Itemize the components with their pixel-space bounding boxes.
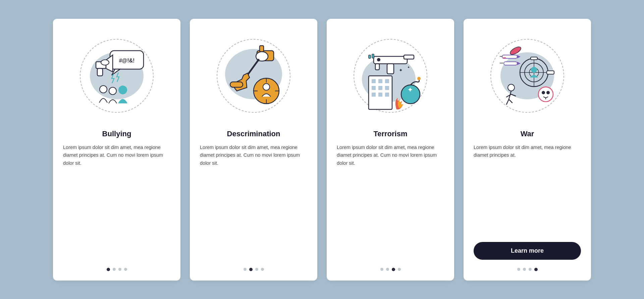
svg-rect-37 [385,86,389,90]
war-dots [517,268,538,271]
war-title: War [521,130,534,138]
dot-2 [113,268,116,271]
dot-1 [244,268,247,271]
card-terrorism: ✦ ✦ ✦ Terrorism Lorem ipsum dolor sit di… [327,19,454,281]
svg-point-54 [531,67,537,73]
war-svg [484,32,571,119]
svg-rect-16 [230,82,243,87]
card-bullying: #@!&! [53,19,180,281]
dot-1 [380,268,383,271]
terrorism-text: Lorem ipsum dolor sit dim amet, mea regi… [337,144,444,260]
discrimination-title: Descrimination [227,130,280,138]
svg-text:✦: ✦ [399,67,403,73]
svg-rect-40 [385,93,389,97]
svg-rect-68 [504,62,517,65]
svg-rect-32 [372,79,376,83]
svg-point-57 [546,91,550,94]
svg-point-9 [109,87,116,95]
dot-3 [529,268,532,271]
card-discrimination: Descrimination Lorem ipsum dolor sit dim… [190,19,317,281]
svg-rect-67 [503,57,506,58]
svg-rect-38 [372,93,376,97]
svg-text:✦: ✦ [407,65,410,69]
svg-rect-29 [372,54,374,58]
svg-rect-52 [547,71,554,74]
svg-point-7 [101,60,109,65]
svg-text:#@!&!: #@!&! [119,58,135,63]
dot-4 [398,268,401,271]
svg-point-59 [508,84,515,91]
dot-2 [386,268,389,271]
svg-rect-26 [387,64,394,74]
card-war: War Lorem ipsum dolor sit dim amet, mea … [464,19,591,281]
bullying-dots [107,268,127,271]
dot-3 [255,268,258,271]
svg-rect-53 [531,57,537,60]
terrorism-illustration: ✦ ✦ ✦ [343,29,437,123]
svg-point-18 [263,84,270,90]
svg-rect-6 [97,68,103,76]
discrimination-svg [210,32,297,119]
svg-rect-27 [375,64,379,70]
dot-1 [517,268,520,271]
svg-line-61 [506,99,509,104]
discrimination-text: Lorem ipsum dolor sit dim amet, mea regi… [200,144,307,260]
bullying-illustration: #@!&! [70,29,164,123]
dot-4 [124,268,127,271]
dot-3 [392,268,395,271]
terrorism-dots [380,268,401,271]
svg-point-56 [542,91,545,94]
svg-rect-34 [385,79,389,83]
discrimination-illustration [207,29,301,123]
svg-rect-36 [378,86,382,90]
svg-point-10 [119,86,127,94]
terrorism-title: Terrorism [373,130,407,138]
svg-point-55 [538,87,553,102]
svg-line-62 [509,99,512,103]
dot-2 [523,268,526,271]
bullying-svg: #@!&! [73,32,160,119]
terrorism-svg: ✦ ✦ ✦ [347,32,434,119]
war-illustration [480,29,574,123]
dot-4 [534,268,538,271]
svg-point-28 [377,58,380,61]
bullying-title: Bullying [102,130,131,138]
svg-rect-39 [378,93,382,97]
svg-text:✦: ✦ [408,87,413,93]
dot-1 [107,268,110,271]
dot-2 [249,268,253,271]
learn-more-button[interactable]: Learn more [474,242,581,260]
dot-4 [261,268,264,271]
discrimination-dots [244,268,264,271]
svg-rect-35 [372,86,376,90]
svg-point-42 [417,77,421,80]
svg-rect-33 [378,79,382,83]
svg-line-63 [506,94,511,97]
war-text: Lorem ipsum dolor sit dim amet, mea regi… [474,144,581,237]
cards-container: #@!&! [40,5,604,294]
svg-point-8 [100,86,107,93]
svg-rect-25 [404,55,414,59]
dot-3 [118,268,121,271]
svg-rect-13 [260,46,264,52]
bullying-text: Lorem ipsum dolor sit dim amet, mea regi… [63,144,170,260]
svg-rect-30 [369,55,371,58]
